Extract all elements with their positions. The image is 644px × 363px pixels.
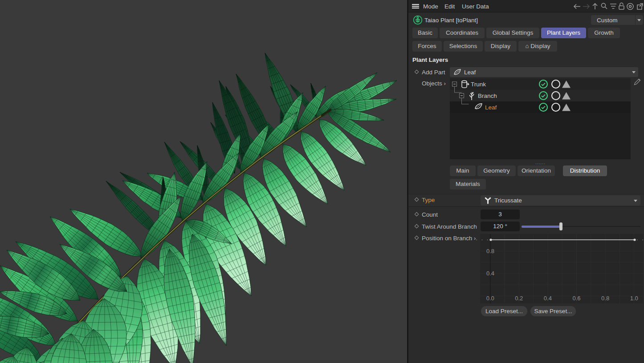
svg-text:0.6: 0.6	[572, 295, 580, 302]
svg-text:1.0: 1.0	[630, 295, 638, 302]
svg-text:0.2: 0.2	[515, 295, 523, 302]
svg-text:0.4: 0.4	[544, 295, 552, 302]
svg-text:0.8: 0.8	[601, 295, 609, 302]
svg-text:0.4: 0.4	[486, 270, 494, 277]
svg-text:Trunk: Trunk	[471, 81, 486, 88]
svg-text:Leaf: Leaf	[485, 104, 497, 111]
svg-text:0.8: 0.8	[486, 248, 494, 254]
svg-text:0.0: 0.0	[486, 295, 494, 302]
svg-text:Branch: Branch	[478, 93, 497, 99]
